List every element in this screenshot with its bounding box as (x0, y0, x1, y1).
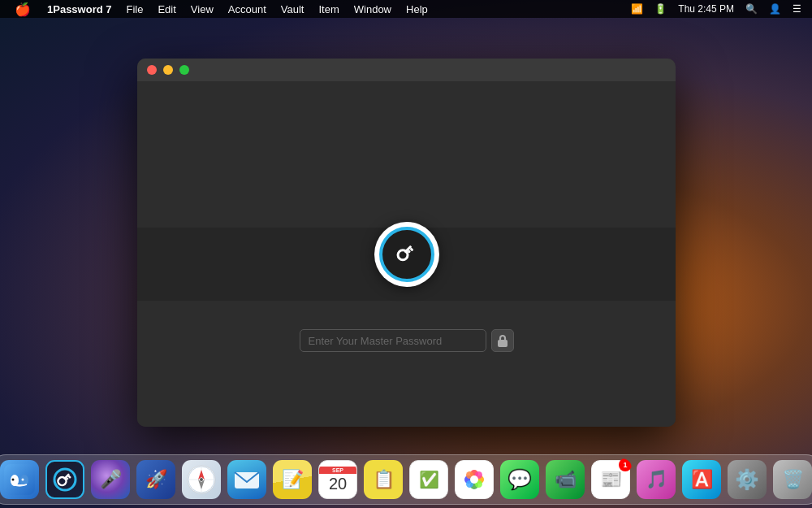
minimize-button[interactable] (163, 65, 173, 75)
menubar: 🍎 1Password 7 File Edit View Account Vau… (0, 0, 812, 18)
menu-help[interactable]: Help (400, 0, 434, 18)
onepassword-dock-icon (45, 460, 84, 499)
dock-item-calendar[interactable]: SEP 20 (317, 458, 359, 501)
messages-icon: 💬 (500, 460, 539, 499)
finder-icon (0, 460, 39, 499)
dock-item-photos[interactable] (453, 458, 495, 501)
menu-view[interactable]: View (184, 0, 220, 18)
dock: 🎤 🚀 (0, 454, 812, 505)
safari-compass-icon (187, 465, 216, 494)
app-name[interactable]: 1Password 7 (41, 0, 119, 18)
dock-item-facetime[interactable]: 📹 (544, 458, 586, 501)
dock-item-news[interactable]: 📰 1 (590, 458, 632, 501)
app-window (137, 59, 676, 427)
onepassword-logo-small (53, 467, 77, 492)
photos-flower-icon (460, 466, 488, 493)
svg-point-21 (200, 478, 203, 481)
dock-item-siri[interactable]: 🎤 (89, 458, 132, 501)
master-password-input[interactable] (300, 329, 486, 352)
menubar-search-icon[interactable]: 🔍 (741, 0, 762, 18)
menubar-wifi-icon: 📶 (627, 0, 647, 18)
logo-container (374, 222, 439, 287)
menu-edit[interactable]: Edit (151, 0, 182, 18)
window-top-section (137, 81, 676, 228)
mail-icon (227, 460, 266, 499)
launchpad-icon: 🚀 (136, 460, 175, 499)
titlebar (137, 59, 676, 81)
itunes-icon: 🎵 (637, 460, 676, 499)
news-badge: 1 (619, 458, 632, 471)
svg-rect-4 (498, 340, 508, 347)
menubar-time: Thu 2:45 PM (674, 0, 738, 18)
menu-item[interactable]: Item (312, 0, 345, 18)
dock-item-notes[interactable]: 📝 (271, 458, 313, 501)
dock-item-stickies[interactable]: 📋 (362, 458, 404, 501)
stickies-icon: 📋 (364, 460, 403, 499)
window-bottom-section (137, 301, 676, 427)
svg-point-31 (470, 475, 478, 484)
dock-item-trash[interactable]: 🗑️ (771, 458, 812, 501)
window-center-band (137, 228, 676, 301)
finder-face-icon (4, 464, 35, 495)
dock-item-itunes[interactable]: 🎵 (635, 458, 677, 501)
onepassword-key-icon (394, 241, 420, 267)
mail-envelope-icon (232, 465, 261, 494)
calendar-icon: SEP 20 (318, 460, 357, 499)
dock-item-launchpad[interactable]: 🚀 (135, 458, 177, 501)
lock-button[interactable] (491, 329, 514, 352)
password-field-container (300, 329, 514, 352)
siri-icon: 🎤 (91, 460, 130, 499)
facetime-icon: 📹 (546, 460, 585, 499)
lock-icon (497, 334, 508, 347)
logo-inner (379, 227, 434, 282)
svg-point-6 (11, 475, 19, 486)
dock-item-onepassword[interactable] (44, 458, 86, 501)
maximize-button[interactable] (179, 65, 189, 75)
close-button[interactable] (147, 65, 157, 75)
dock-item-finder[interactable] (0, 458, 41, 501)
system-prefs-icon: ⚙️ (728, 460, 767, 499)
menu-window[interactable]: Window (348, 0, 398, 18)
photos-icon (455, 460, 494, 499)
svg-rect-5 (4, 464, 35, 495)
reminders-icon: ✅ (409, 460, 448, 499)
dock-item-messages[interactable]: 💬 (499, 458, 541, 501)
svg-point-7 (20, 475, 28, 486)
trash-icon: 🗑️ (773, 460, 812, 499)
dock-item-appstore[interactable]: 🅰️ (680, 458, 723, 501)
apple-menu[interactable]: 🍎 (6, 0, 39, 18)
menubar-battery: 🔋 (650, 0, 671, 18)
dock-item-prefs[interactable]: ⚙️ (726, 458, 768, 501)
notes-icon: 📝 (273, 460, 312, 499)
menu-account[interactable]: Account (222, 0, 273, 18)
dock-item-safari[interactable] (180, 458, 222, 501)
menu-vault[interactable]: Vault (274, 0, 311, 18)
dock-item-reminders[interactable]: ✅ (408, 458, 450, 501)
menubar-user-icon[interactable]: 👤 (765, 0, 785, 18)
menubar-control-center-icon[interactable]: ☰ (788, 0, 806, 18)
logo-outer (374, 222, 439, 287)
svg-point-8 (12, 479, 15, 481)
dock-item-mail[interactable] (226, 458, 268, 501)
menu-file[interactable]: File (120, 0, 150, 18)
appstore-icon: 🅰️ (682, 460, 721, 499)
safari-icon (182, 460, 221, 499)
svg-point-9 (22, 479, 24, 481)
